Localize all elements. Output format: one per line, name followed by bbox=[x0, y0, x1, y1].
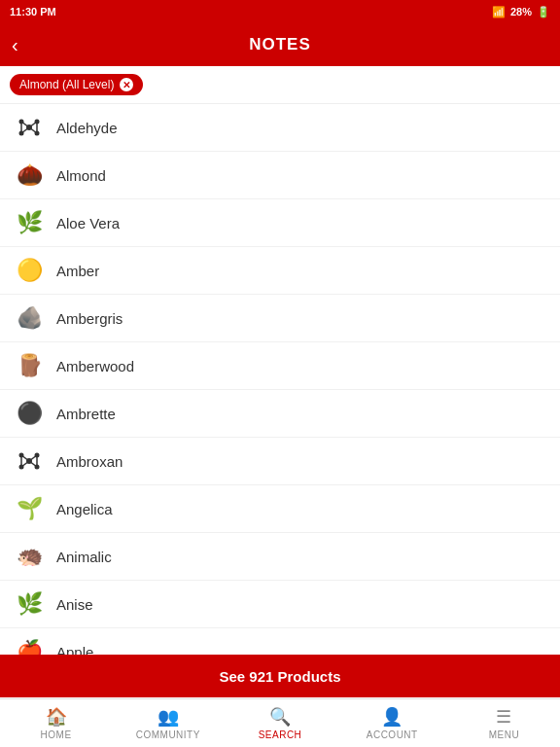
see-products-bar[interactable]: See 921 Products bbox=[0, 655, 560, 697]
filter-bar: Almond (All Level) ✕ bbox=[0, 66, 560, 104]
nav-search[interactable]: 🔍 SEARCH bbox=[224, 706, 335, 740]
nav-search-label: SEARCH bbox=[259, 729, 302, 740]
item-image: 🪨 bbox=[14, 302, 45, 334]
account-icon: 👤 bbox=[381, 706, 402, 728]
item-label: Aldehyde bbox=[56, 120, 118, 136]
svg-line-8 bbox=[29, 127, 37, 133]
svg-line-17 bbox=[29, 455, 37, 461]
item-image: 🟡 bbox=[14, 255, 45, 286]
item-image: 🌿 bbox=[14, 207, 45, 238]
nav-home[interactable]: 🏠 HOME bbox=[0, 706, 112, 740]
list-item[interactable]: 🌱Angelica bbox=[0, 485, 560, 533]
back-button[interactable]: ‹ bbox=[12, 34, 18, 56]
item-label: Almond bbox=[56, 167, 106, 184]
svg-line-19 bbox=[29, 461, 37, 467]
item-label: Animalic bbox=[56, 549, 112, 565]
nav-community-label: COMMUNITY bbox=[136, 729, 200, 740]
list-item[interactable]: 🌿Anise bbox=[0, 581, 560, 628]
item-image bbox=[14, 445, 45, 477]
nav-account[interactable]: 👤 ACCOUNT bbox=[336, 706, 448, 740]
svg-line-18 bbox=[21, 461, 29, 467]
item-label: Ambrette bbox=[56, 406, 116, 422]
item-label: Amber bbox=[56, 263, 99, 279]
list-item[interactable]: Ambroxan bbox=[0, 438, 560, 485]
search-icon: 🔍 bbox=[269, 706, 291, 728]
item-label: Ambergris bbox=[56, 310, 122, 327]
status-time: 11:30 PM bbox=[10, 6, 56, 18]
item-label: Ambroxan bbox=[56, 453, 122, 470]
item-label: Apple bbox=[56, 644, 93, 656]
svg-line-6 bbox=[29, 122, 37, 127]
nav-account-label: ACCOUNT bbox=[367, 729, 418, 740]
list-item[interactable]: 🪵Amberwood bbox=[0, 342, 560, 390]
item-image bbox=[14, 112, 45, 143]
list-item[interactable]: 🪨Ambergris bbox=[0, 295, 560, 342]
item-image: 🌰 bbox=[14, 160, 45, 191]
item-image: 🌿 bbox=[14, 588, 45, 620]
wifi-icon: 📶 bbox=[492, 6, 506, 18]
community-icon: 👥 bbox=[158, 706, 179, 728]
battery-label: 28% bbox=[510, 6, 532, 18]
item-image: 🍎 bbox=[14, 636, 45, 655]
item-image: 🌱 bbox=[14, 493, 45, 524]
item-label: Angelica bbox=[56, 501, 113, 517]
bottom-nav: 🏠 HOME 👥 COMMUNITY 🔍 SEARCH 👤 ACCOUNT ☰ … bbox=[0, 698, 560, 747]
nav-home-label: HOME bbox=[41, 729, 72, 740]
menu-icon: ☰ bbox=[496, 706, 511, 728]
battery-icon: 🔋 bbox=[537, 6, 550, 18]
item-image: 🪵 bbox=[14, 350, 45, 381]
nav-menu[interactable]: ☰ MENU bbox=[448, 706, 560, 740]
list-item[interactable]: Aldehyde bbox=[0, 104, 560, 152]
item-label: Amberwood bbox=[56, 358, 134, 374]
svg-line-7 bbox=[21, 127, 29, 133]
list-item[interactable]: 🦔Animalic bbox=[0, 533, 560, 581]
item-image: 🦔 bbox=[14, 541, 45, 572]
page-title: NOTES bbox=[249, 35, 311, 54]
list-item[interactable]: 🟡Amber bbox=[0, 247, 560, 295]
list-item[interactable]: ⚫Ambrette bbox=[0, 390, 560, 438]
svg-line-5 bbox=[21, 122, 29, 127]
svg-line-16 bbox=[21, 455, 29, 461]
notes-list: Aldehyde🌰Almond🌿Aloe Vera🟡Amber🪨Ambergri… bbox=[0, 104, 560, 655]
list-item[interactable]: 🌰Almond bbox=[0, 152, 560, 199]
filter-remove-button[interactable]: ✕ bbox=[120, 78, 133, 91]
nav-menu-label: MENU bbox=[489, 729, 519, 740]
home-icon: 🏠 bbox=[46, 706, 67, 728]
list-item[interactable]: 🌿Aloe Vera bbox=[0, 199, 560, 247]
filter-tag[interactable]: Almond (All Level) ✕ bbox=[10, 74, 143, 95]
status-bar: 11:30 PM 📶 28% 🔋 bbox=[0, 0, 560, 23]
header: ‹ NOTES bbox=[0, 23, 560, 66]
item-label: Aloe Vera bbox=[56, 215, 120, 231]
filter-tag-label: Almond (All Level) bbox=[19, 78, 114, 91]
item-image: ⚫ bbox=[14, 398, 45, 429]
nav-community[interactable]: 👥 COMMUNITY bbox=[112, 706, 224, 740]
see-products-label: See 921 Products bbox=[219, 668, 340, 685]
list-item[interactable]: 🍎Apple bbox=[0, 628, 560, 655]
item-label: Anise bbox=[56, 596, 93, 613]
